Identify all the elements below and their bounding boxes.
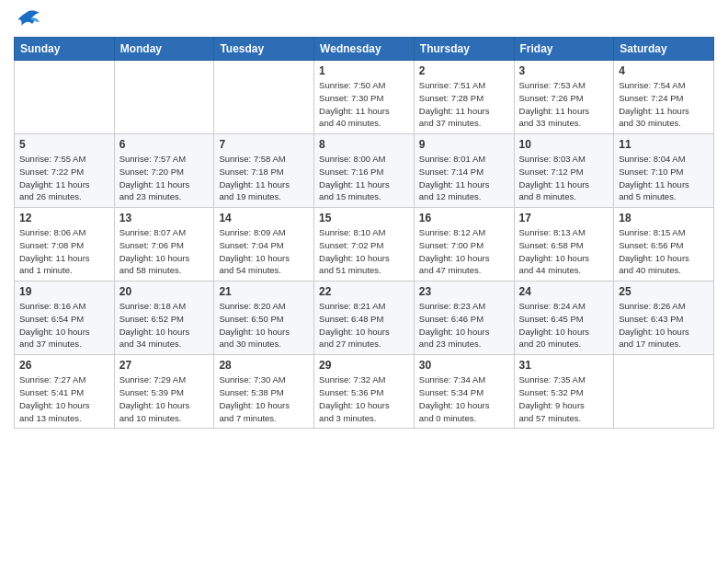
day-number: 16 bbox=[419, 212, 509, 224]
day-number: 10 bbox=[519, 138, 609, 151]
day-info: Sunrise: 8:13 AMSunset: 6:58 PMDaylight:… bbox=[519, 226, 609, 277]
weekday-header-tuesday: Tuesday bbox=[214, 38, 314, 61]
day-info: Sunrise: 8:06 AMSunset: 7:08 PMDaylight:… bbox=[19, 226, 109, 277]
calendar-cell: 6Sunrise: 7:57 AMSunset: 7:20 PMDaylight… bbox=[114, 134, 214, 208]
day-number: 30 bbox=[419, 359, 509, 372]
weekday-header-wednesday: Wednesday bbox=[314, 38, 415, 61]
day-number: 22 bbox=[319, 285, 409, 298]
weekday-header-thursday: Thursday bbox=[414, 38, 514, 61]
calendar-cell: 29Sunrise: 7:32 AMSunset: 5:36 PMDayligh… bbox=[314, 355, 415, 429]
calendar-cell: 23Sunrise: 8:23 AMSunset: 6:46 PMDayligh… bbox=[414, 282, 514, 355]
calendar-cell: 14Sunrise: 8:09 AMSunset: 7:04 PMDayligh… bbox=[214, 208, 314, 282]
day-info: Sunrise: 8:09 AMSunset: 7:04 PMDaylight:… bbox=[219, 226, 309, 277]
day-info: Sunrise: 7:53 AMSunset: 7:26 PMDaylight:… bbox=[519, 79, 609, 130]
day-info: Sunrise: 8:12 AMSunset: 7:00 PMDaylight:… bbox=[419, 226, 509, 277]
day-info: Sunrise: 7:35 AMSunset: 5:32 PMDaylight:… bbox=[519, 373, 609, 424]
calendar-cell: 4Sunrise: 7:54 AMSunset: 7:24 PMDaylight… bbox=[614, 61, 714, 134]
day-info: Sunrise: 8:00 AMSunset: 7:16 PMDaylight:… bbox=[319, 153, 409, 203]
calendar-cell: 16Sunrise: 8:12 AMSunset: 7:00 PMDayligh… bbox=[414, 208, 514, 282]
day-number: 23 bbox=[419, 285, 509, 298]
calendar-cell: 19Sunrise: 8:16 AMSunset: 6:54 PMDayligh… bbox=[15, 282, 115, 355]
day-info: Sunrise: 7:29 AMSunset: 5:39 PMDaylight:… bbox=[119, 373, 210, 424]
calendar-cell: 17Sunrise: 8:13 AMSunset: 6:58 PMDayligh… bbox=[514, 208, 614, 282]
calendar-cell: 28Sunrise: 7:30 AMSunset: 5:38 PMDayligh… bbox=[214, 355, 314, 429]
day-info: Sunrise: 7:30 AMSunset: 5:38 PMDaylight:… bbox=[219, 373, 309, 424]
day-number: 14 bbox=[219, 212, 309, 224]
calendar-week-2: 5Sunrise: 7:55 AMSunset: 7:22 PMDaylight… bbox=[15, 134, 714, 208]
day-info: Sunrise: 8:20 AMSunset: 6:50 PMDaylight:… bbox=[219, 300, 309, 350]
day-number: 13 bbox=[119, 212, 210, 224]
day-number: 4 bbox=[619, 64, 709, 77]
day-number: 11 bbox=[619, 138, 709, 151]
weekday-header-sunday: Sunday bbox=[15, 38, 115, 61]
day-info: Sunrise: 7:58 AMSunset: 7:18 PMDaylight:… bbox=[219, 153, 309, 203]
day-info: Sunrise: 8:01 AMSunset: 7:14 PMDaylight:… bbox=[419, 153, 509, 203]
day-info: Sunrise: 8:07 AMSunset: 7:06 PMDaylight:… bbox=[119, 226, 210, 277]
day-info: Sunrise: 7:27 AMSunset: 5:41 PMDaylight:… bbox=[19, 373, 109, 424]
day-info: Sunrise: 7:54 AMSunset: 7:24 PMDaylight:… bbox=[619, 79, 709, 130]
calendar-week-3: 12Sunrise: 8:06 AMSunset: 7:08 PMDayligh… bbox=[15, 208, 714, 282]
calendar-cell: 22Sunrise: 8:21 AMSunset: 6:48 PMDayligh… bbox=[314, 282, 415, 355]
day-number: 3 bbox=[519, 64, 609, 77]
calendar-cell: 21Sunrise: 8:20 AMSunset: 6:50 PMDayligh… bbox=[214, 282, 314, 355]
day-info: Sunrise: 8:26 AMSunset: 6:43 PMDaylight:… bbox=[619, 300, 709, 350]
weekday-header-friday: Friday bbox=[514, 38, 614, 61]
calendar-cell: 7Sunrise: 7:58 AMSunset: 7:18 PMDaylight… bbox=[214, 134, 314, 208]
day-number: 19 bbox=[19, 285, 109, 298]
calendar-cell: 30Sunrise: 7:34 AMSunset: 5:34 PMDayligh… bbox=[414, 355, 514, 429]
day-info: Sunrise: 8:24 AMSunset: 6:45 PMDaylight:… bbox=[519, 300, 609, 350]
logo bbox=[14, 9, 41, 29]
calendar-table: SundayMondayTuesdayWednesdayThursdayFrid… bbox=[14, 37, 714, 429]
day-info: Sunrise: 8:21 AMSunset: 6:48 PMDaylight:… bbox=[319, 300, 409, 350]
calendar-cell: 12Sunrise: 8:06 AMSunset: 7:08 PMDayligh… bbox=[15, 208, 115, 282]
day-number: 31 bbox=[519, 359, 609, 372]
calendar-cell bbox=[614, 355, 714, 429]
day-number: 1 bbox=[319, 64, 409, 77]
calendar-week-4: 19Sunrise: 8:16 AMSunset: 6:54 PMDayligh… bbox=[15, 282, 714, 355]
day-info: Sunrise: 8:10 AMSunset: 7:02 PMDaylight:… bbox=[319, 226, 409, 277]
calendar-cell: 5Sunrise: 7:55 AMSunset: 7:22 PMDaylight… bbox=[15, 134, 115, 208]
day-info: Sunrise: 7:51 AMSunset: 7:28 PMDaylight:… bbox=[419, 79, 509, 130]
day-number: 7 bbox=[219, 138, 309, 151]
weekday-header-row: SundayMondayTuesdayWednesdayThursdayFrid… bbox=[15, 38, 714, 61]
day-number: 5 bbox=[19, 138, 109, 151]
day-number: 21 bbox=[219, 285, 309, 298]
page-header bbox=[14, 9, 714, 29]
day-number: 15 bbox=[319, 212, 409, 224]
calendar-cell: 9Sunrise: 8:01 AMSunset: 7:14 PMDaylight… bbox=[414, 134, 514, 208]
day-info: Sunrise: 8:23 AMSunset: 6:46 PMDaylight:… bbox=[419, 300, 509, 350]
calendar-cell: 25Sunrise: 8:26 AMSunset: 6:43 PMDayligh… bbox=[614, 282, 714, 355]
day-info: Sunrise: 8:03 AMSunset: 7:12 PMDaylight:… bbox=[519, 153, 609, 203]
day-number: 18 bbox=[619, 212, 709, 224]
calendar-page: SundayMondayTuesdayWednesdayThursdayFrid… bbox=[0, 0, 728, 438]
calendar-cell: 27Sunrise: 7:29 AMSunset: 5:39 PMDayligh… bbox=[114, 355, 214, 429]
calendar-cell: 8Sunrise: 8:00 AMSunset: 7:16 PMDaylight… bbox=[314, 134, 415, 208]
day-info: Sunrise: 8:04 AMSunset: 7:10 PMDaylight:… bbox=[619, 153, 709, 203]
weekday-header-monday: Monday bbox=[114, 38, 214, 61]
calendar-cell: 24Sunrise: 8:24 AMSunset: 6:45 PMDayligh… bbox=[514, 282, 614, 355]
calendar-cell bbox=[114, 61, 214, 134]
day-number: 8 bbox=[319, 138, 409, 151]
day-info: Sunrise: 8:18 AMSunset: 6:52 PMDaylight:… bbox=[119, 300, 210, 350]
calendar-cell: 3Sunrise: 7:53 AMSunset: 7:26 PMDaylight… bbox=[514, 61, 614, 134]
calendar-cell: 15Sunrise: 8:10 AMSunset: 7:02 PMDayligh… bbox=[314, 208, 415, 282]
calendar-cell bbox=[15, 61, 115, 134]
calendar-cell: 2Sunrise: 7:51 AMSunset: 7:28 PMDaylight… bbox=[414, 61, 514, 134]
weekday-header-saturday: Saturday bbox=[614, 38, 714, 61]
calendar-cell: 31Sunrise: 7:35 AMSunset: 5:32 PMDayligh… bbox=[514, 355, 614, 429]
day-number: 29 bbox=[319, 359, 409, 372]
day-number: 17 bbox=[519, 212, 609, 224]
day-number: 20 bbox=[119, 285, 210, 298]
logo-bird-icon bbox=[16, 9, 41, 29]
calendar-cell bbox=[214, 61, 314, 134]
day-info: Sunrise: 7:55 AMSunset: 7:22 PMDaylight:… bbox=[19, 153, 109, 203]
calendar-cell: 13Sunrise: 8:07 AMSunset: 7:06 PMDayligh… bbox=[114, 208, 214, 282]
calendar-week-5: 26Sunrise: 7:27 AMSunset: 5:41 PMDayligh… bbox=[15, 355, 714, 429]
day-number: 9 bbox=[419, 138, 509, 151]
day-number: 26 bbox=[19, 359, 109, 372]
day-info: Sunrise: 7:34 AMSunset: 5:34 PMDaylight:… bbox=[419, 373, 509, 424]
calendar-cell: 1Sunrise: 7:50 AMSunset: 7:30 PMDaylight… bbox=[314, 61, 415, 134]
day-info: Sunrise: 8:16 AMSunset: 6:54 PMDaylight:… bbox=[19, 300, 109, 350]
calendar-cell: 18Sunrise: 8:15 AMSunset: 6:56 PMDayligh… bbox=[614, 208, 714, 282]
day-number: 6 bbox=[119, 138, 210, 151]
